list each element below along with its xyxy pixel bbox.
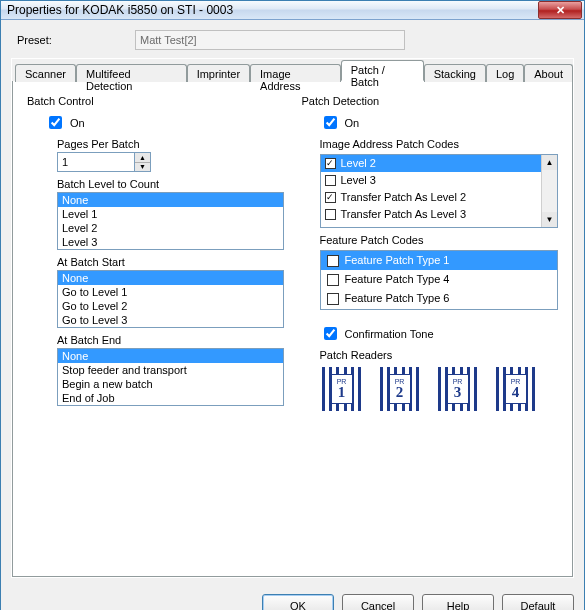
- titlebar: Properties for KODAK i5850 on STI - 0003…: [1, 1, 584, 20]
- checklist-item[interactable]: Feature Patch Type 1: [321, 251, 558, 270]
- footer: OK Cancel Help Default: [1, 588, 584, 610]
- patch-reader-number: 1: [338, 385, 346, 400]
- preset-label: Preset:: [17, 34, 127, 46]
- at-batch-start-label: At Batch Start: [57, 256, 284, 268]
- checkbox-icon[interactable]: ✓: [325, 158, 336, 169]
- tab-about[interactable]: About: [524, 64, 573, 82]
- patch-on-label: On: [345, 117, 360, 129]
- close-button[interactable]: ✕: [538, 1, 582, 19]
- patch-on-checkbox[interactable]: [324, 116, 337, 129]
- close-icon: ✕: [556, 4, 565, 17]
- patch-reader-number: 3: [454, 385, 462, 400]
- addr-codes-scrollbar[interactable]: ▲ ▼: [541, 155, 557, 227]
- pages-per-batch-spinner[interactable]: ▲ ▼: [57, 152, 157, 172]
- checkbox-icon[interactable]: [325, 209, 336, 220]
- batch-level-listbox[interactable]: NoneLevel 1Level 2Level 3: [57, 192, 284, 250]
- list-item[interactable]: Level 3: [58, 235, 283, 249]
- patch-reader-number: 4: [512, 385, 520, 400]
- scroll-down-icon[interactable]: ▼: [542, 212, 557, 227]
- list-item[interactable]: Stop feeder and transport: [58, 363, 283, 377]
- at-batch-start-listbox[interactable]: NoneGo to Level 1Go to Level 2Go to Leve…: [57, 270, 284, 328]
- preset-row: Preset:: [11, 28, 574, 58]
- checklist-label: Feature Patch Type 6: [345, 290, 450, 307]
- spinner-down-icon[interactable]: ▼: [135, 163, 150, 172]
- window-title: Properties for KODAK i5850 on STI - 0003: [7, 3, 538, 17]
- checklist-label: Level 3: [341, 172, 376, 189]
- properties-window: Properties for KODAK i5850 on STI - 0003…: [0, 0, 585, 610]
- patch-reader-badge: PR4: [505, 374, 527, 404]
- patch-reader-2[interactable]: PR2: [378, 367, 422, 411]
- patch-readers-label: Patch Readers: [320, 349, 559, 361]
- batch-control-column: Batch Control On Pages Per Batch ▲ ▼ Bat…: [27, 91, 284, 566]
- patch-reader-3[interactable]: PR3: [436, 367, 480, 411]
- feature-codes-listbox[interactable]: Feature Patch Type 1Feature Patch Type 4…: [320, 250, 559, 310]
- patch-on-row[interactable]: On: [320, 113, 559, 132]
- checklist-item[interactable]: Feature Patch Type 6: [321, 289, 558, 308]
- patch-reader-4[interactable]: PR4: [494, 367, 538, 411]
- list-item[interactable]: Go to Level 3: [58, 313, 283, 327]
- pages-per-batch-input[interactable]: [57, 152, 135, 172]
- tab-row: ScannerMultifeed DetectionImprinterImage…: [12, 59, 573, 81]
- pages-per-batch-label: Pages Per Batch: [57, 138, 284, 150]
- checklist-item[interactable]: Level 3: [321, 172, 542, 189]
- list-item[interactable]: None: [58, 349, 283, 363]
- checkbox-icon[interactable]: [327, 255, 339, 267]
- patch-reader-number: 2: [396, 385, 404, 400]
- checklist-item[interactable]: ✓Transfer Patch As Level 2: [321, 189, 542, 206]
- batch-control-heading: Batch Control: [27, 95, 284, 107]
- patch-readers-row: PR1PR2PR3PR4: [320, 367, 559, 411]
- patch-detection-column: Patch Detection On Image Address Patch C…: [302, 91, 559, 566]
- cancel-button[interactable]: Cancel: [342, 594, 414, 610]
- tab-image-address[interactable]: Image Address: [250, 64, 341, 82]
- content-area: Preset: ScannerMultifeed DetectionImprin…: [1, 20, 584, 588]
- patch-reader-badge: PR3: [447, 374, 469, 404]
- checkbox-icon[interactable]: ✓: [325, 192, 336, 203]
- tab-container: ScannerMultifeed DetectionImprinterImage…: [11, 58, 574, 578]
- list-item[interactable]: None: [58, 193, 283, 207]
- checkbox-icon[interactable]: [327, 274, 339, 286]
- tab-patch-batch[interactable]: Patch / Batch: [341, 60, 424, 81]
- list-item[interactable]: Go to Level 2: [58, 299, 283, 313]
- spinner-up-icon[interactable]: ▲: [135, 153, 150, 163]
- at-batch-end-label: At Batch End: [57, 334, 284, 346]
- checklist-item[interactable]: Feature Patch Type 4: [321, 270, 558, 289]
- checklist-label: Feature Patch Type 1: [345, 252, 450, 269]
- default-button[interactable]: Default: [502, 594, 574, 610]
- confirm-tone-label: Confirmation Tone: [345, 328, 434, 340]
- tab-imprinter[interactable]: Imprinter: [187, 64, 250, 82]
- batch-on-checkbox[interactable]: [49, 116, 62, 129]
- confirm-tone-row[interactable]: Confirmation Tone: [320, 324, 559, 343]
- preset-input[interactable]: [135, 30, 405, 50]
- addr-codes-list-wrap: ✓Level 2Level 3✓Transfer Patch As Level …: [320, 154, 559, 228]
- tab-stacking[interactable]: Stacking: [424, 64, 486, 82]
- patch-reader-1[interactable]: PR1: [320, 367, 364, 411]
- checkbox-icon[interactable]: [327, 293, 339, 305]
- checklist-label: Level 2: [341, 155, 376, 172]
- ok-button[interactable]: OK: [262, 594, 334, 610]
- batch-on-label: On: [70, 117, 85, 129]
- confirm-tone-checkbox[interactable]: [324, 327, 337, 340]
- list-item[interactable]: End of Job: [58, 391, 283, 405]
- feature-codes-label: Feature Patch Codes: [320, 234, 559, 246]
- checkbox-icon[interactable]: [325, 175, 336, 186]
- list-item[interactable]: Begin a new batch: [58, 377, 283, 391]
- addr-codes-listbox[interactable]: ✓Level 2Level 3✓Transfer Patch As Level …: [321, 155, 542, 227]
- scroll-up-icon[interactable]: ▲: [542, 155, 557, 170]
- at-batch-end-listbox[interactable]: NoneStop feeder and transportBegin a new…: [57, 348, 284, 406]
- scroll-track[interactable]: [542, 170, 557, 212]
- list-item[interactable]: Level 2: [58, 221, 283, 235]
- tab-scanner[interactable]: Scanner: [15, 64, 76, 82]
- list-item[interactable]: Level 1: [58, 207, 283, 221]
- list-item[interactable]: Go to Level 1: [58, 285, 283, 299]
- help-button[interactable]: Help: [422, 594, 494, 610]
- batch-level-label: Batch Level to Count: [57, 178, 284, 190]
- checklist-label: Feature Patch Type 4: [345, 271, 450, 288]
- checklist-item[interactable]: Transfer Patch As Level 3: [321, 206, 542, 223]
- list-item[interactable]: None: [58, 271, 283, 285]
- tab-multifeed-detection[interactable]: Multifeed Detection: [76, 64, 187, 82]
- tab-log[interactable]: Log: [486, 64, 524, 82]
- patch-reader-badge: PR2: [389, 374, 411, 404]
- addr-codes-label: Image Address Patch Codes: [320, 138, 559, 150]
- checklist-item[interactable]: ✓Level 2: [321, 155, 542, 172]
- batch-on-row[interactable]: On: [45, 113, 284, 132]
